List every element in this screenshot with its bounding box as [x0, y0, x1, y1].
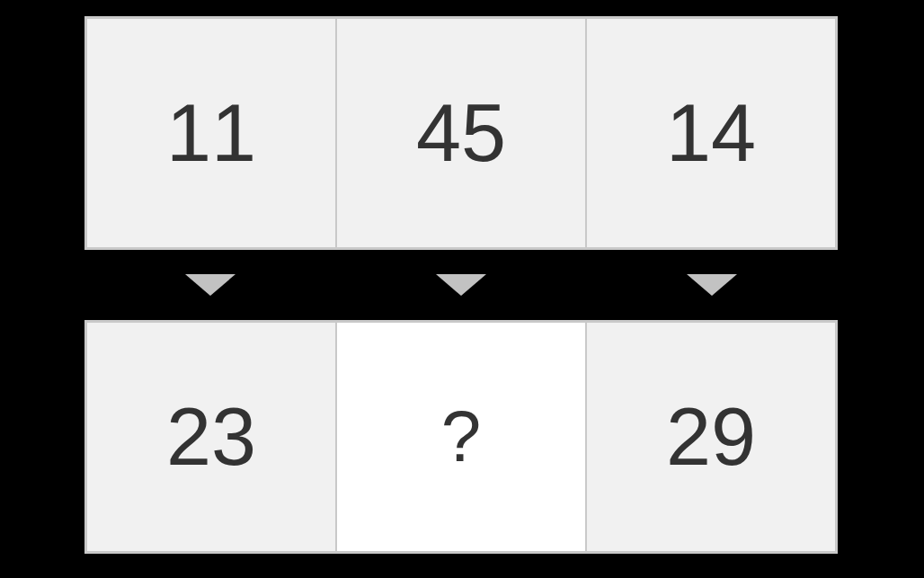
top-value-2: 14 — [666, 87, 756, 180]
bottom-row: 23 ? 29 — [84, 320, 838, 554]
top-cell-0: 11 — [87, 19, 337, 247]
top-cell-2: 14 — [587, 19, 835, 247]
bottom-cell-2: 29 — [587, 323, 835, 551]
puzzle-container: 11 45 14 23 ? 29 — [84, 16, 838, 554]
top-cell-1: 45 — [337, 19, 587, 247]
arrow-slot-0 — [84, 274, 335, 296]
arrow-row — [84, 250, 838, 320]
bottom-cell-0: 23 — [87, 323, 337, 551]
top-value-1: 45 — [416, 87, 506, 180]
chevron-down-icon — [687, 274, 737, 296]
top-row: 11 45 14 — [84, 16, 838, 250]
bottom-cell-unknown[interactable]: ? — [337, 323, 587, 551]
arrow-slot-2 — [587, 274, 838, 296]
top-value-0: 11 — [166, 87, 256, 180]
chevron-down-icon — [436, 274, 486, 296]
chevron-down-icon — [185, 274, 235, 296]
arrow-slot-1 — [335, 274, 586, 296]
bottom-value-0: 23 — [166, 391, 256, 484]
bottom-value-2: 29 — [666, 391, 756, 484]
unknown-value: ? — [441, 396, 482, 478]
